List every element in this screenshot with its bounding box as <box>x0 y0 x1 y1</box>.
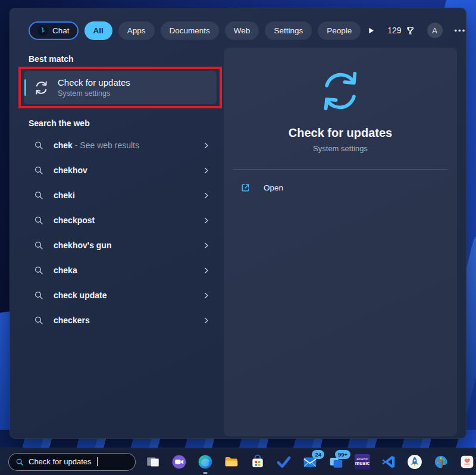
chat-app-icon[interactable]: 99+ <box>328 454 344 470</box>
vscode-icon[interactable] <box>381 454 396 470</box>
selection-accent-bar <box>24 79 26 96</box>
preview-subtitle: System settings <box>313 144 368 153</box>
tab-settings[interactable]: Settings <box>265 21 312 40</box>
more-options-icon[interactable]: ••• <box>455 26 466 35</box>
search-icon <box>34 215 43 225</box>
chevron-right-icon <box>202 291 211 300</box>
file-explorer-icon[interactable] <box>224 454 239 470</box>
chevron-right-icon <box>202 191 211 200</box>
camera-app-icon[interactable] <box>171 454 187 470</box>
taskbar-search-box[interactable]: Check for updates <box>8 453 136 471</box>
suggestion-row[interactable]: check update <box>24 283 217 308</box>
play-icon[interactable] <box>367 26 375 35</box>
suggestion-query: checkers <box>54 315 90 325</box>
suggestion-query: cheki <box>54 190 75 200</box>
search-icon <box>34 240 43 250</box>
search-flyout-panel: Chat All Apps Documents Web Settings Peo… <box>10 8 466 439</box>
user-avatar[interactable]: A <box>427 23 443 38</box>
search-icon <box>34 140 43 150</box>
microsoft-store-icon[interactable] <box>250 454 265 470</box>
suggestion-query: chekhov <box>54 165 87 175</box>
avatar-letter: A <box>432 26 437 35</box>
chevron-right-icon <box>202 216 211 225</box>
running-indicator <box>203 472 208 474</box>
tab-label: People <box>327 26 352 35</box>
suggestion-row[interactable]: chekhov <box>24 158 217 183</box>
rewards-count: 129 <box>387 26 401 35</box>
mail-badge: 24 <box>312 450 324 459</box>
search-icon <box>15 458 24 466</box>
suggestion-row[interactable]: cheka <box>24 258 217 283</box>
best-match-result[interactable]: Check for updates System settings <box>24 71 217 104</box>
search-icon <box>34 190 43 200</box>
rewards-counter[interactable]: 129 <box>387 26 415 36</box>
tab-label: Settings <box>274 26 303 35</box>
open-label: Open <box>264 183 283 192</box>
suggestion-suffix: - See web results <box>73 140 139 150</box>
chevron-right-icon <box>202 241 211 250</box>
search-icon <box>34 265 43 275</box>
sync-icon-large <box>318 69 362 113</box>
todo-app-icon[interactable] <box>276 454 292 470</box>
amazon-music-icon[interactable]: amazon music <box>355 454 370 470</box>
rocket-app-icon[interactable] <box>407 454 422 470</box>
tab-label: All <box>93 26 104 35</box>
suggestion-row[interactable]: cheki <box>24 183 217 208</box>
tab-all[interactable]: All <box>84 21 112 40</box>
suggestion-query: checkpost <box>54 215 95 225</box>
suggestion-row[interactable]: checkers <box>24 308 217 333</box>
notes-app-icon[interactable] <box>459 454 475 470</box>
tab-label: Documents <box>170 26 210 35</box>
tab-documents[interactable]: Documents <box>161 21 219 40</box>
suggestion-query: chek <box>54 140 73 150</box>
amazon-music-line2: music <box>355 461 370 466</box>
tab-web[interactable]: Web <box>225 21 259 40</box>
best-match-subtitle: System settings <box>58 89 130 98</box>
suggestion-row[interactable]: chek - See web results <box>24 133 217 158</box>
best-match-title: Check for updates <box>58 77 130 89</box>
text-caret <box>97 457 98 466</box>
web-suggestions-list: chek - See web results chekhov cheki che… <box>24 133 217 333</box>
open-action[interactable]: Open <box>224 177 457 198</box>
preview-title: Check for updates <box>289 126 392 140</box>
bing-icon <box>37 25 48 36</box>
suggestion-row[interactable]: checkpost <box>24 208 217 233</box>
taskbar: Check for updates 24 <box>0 448 476 475</box>
chat-badge: 99+ <box>335 450 350 459</box>
search-filter-bar: Chat All Apps Documents Web Settings Peo… <box>10 8 466 40</box>
search-icon <box>34 315 43 325</box>
tab-apps[interactable]: Apps <box>118 21 155 40</box>
taskbar-search-value: Check for updates <box>29 457 92 466</box>
chevron-right-icon <box>202 266 211 275</box>
tab-label: Apps <box>127 26 146 35</box>
external-link-icon <box>240 183 250 193</box>
mail-app-icon[interactable]: 24 <box>302 454 318 470</box>
tab-chat[interactable]: Chat <box>29 21 79 40</box>
suggestion-query: chekhov's gun <box>54 240 111 250</box>
chevron-right-icon <box>202 166 211 175</box>
chevron-right-icon <box>202 141 211 150</box>
paint-app-icon[interactable] <box>433 454 449 470</box>
photos-app-icon[interactable] <box>145 454 161 470</box>
sync-icon <box>34 80 49 95</box>
suggestion-query: cheka <box>54 265 77 275</box>
chevron-right-icon <box>202 316 211 325</box>
suggestion-query: check update <box>54 290 107 300</box>
tab-label: Web <box>234 26 250 35</box>
tab-label: Chat <box>52 26 70 35</box>
divider <box>233 169 447 170</box>
search-icon <box>34 290 43 300</box>
edge-browser-icon[interactable] <box>198 454 213 470</box>
suggestion-row[interactable]: chekhov's gun <box>24 233 217 258</box>
trophy-icon <box>405 26 415 36</box>
tab-people[interactable]: People <box>318 21 361 40</box>
preview-pane: Check for updates System settings Open <box>224 48 457 436</box>
search-icon <box>34 165 43 175</box>
